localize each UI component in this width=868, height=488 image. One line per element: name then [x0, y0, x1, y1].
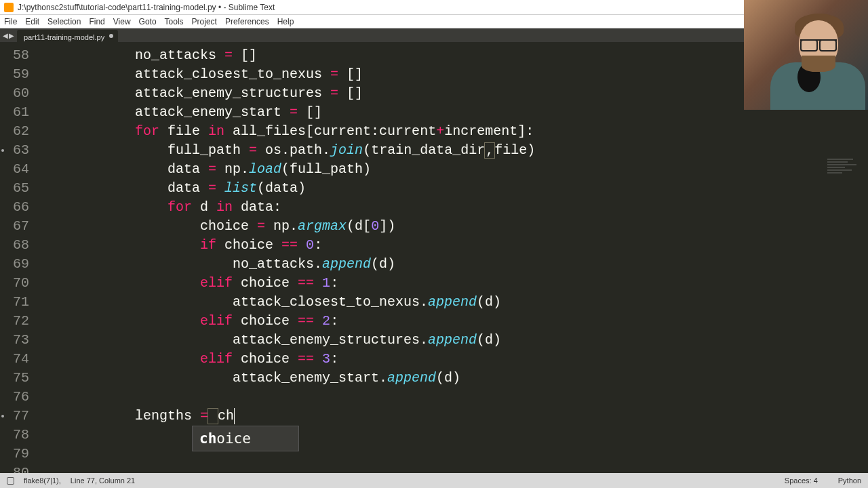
code-line[interactable]: no_attacks.append(d): [37, 255, 868, 274]
line-number: 62: [0, 122, 29, 141]
code-editor[interactable]: 5859606162636465666768697071727374757677…: [0, 42, 868, 473]
code-line[interactable]: choice = np.argmax(d[0]): [37, 217, 868, 236]
menu-item-file[interactable]: File: [4, 17, 17, 26]
autocomplete-match: ch: [199, 430, 216, 447]
menu-item-view[interactable]: View: [113, 17, 131, 26]
code-line[interactable]: elif choice == 1:: [37, 274, 868, 293]
nav-forward-icon[interactable]: ▶: [9, 32, 14, 39]
console-icon[interactable]: [7, 477, 14, 485]
line-number: 77: [0, 407, 29, 426]
line-number: 78: [0, 426, 29, 445]
code-line[interactable]: full_path = os.path.join(train_data_dir,…: [37, 141, 868, 160]
line-number: 66: [0, 198, 29, 217]
code-line[interactable]: [37, 445, 868, 464]
code-line[interactable]: for d in data:: [37, 198, 868, 217]
autocomplete-rest: oice: [216, 430, 251, 447]
code-line[interactable]: attack_enemy_structures.append(d): [37, 331, 868, 350]
menu-item-preferences[interactable]: Preferences: [225, 17, 269, 26]
code-line[interactable]: if choice == 0:: [37, 236, 868, 255]
line-number: 67: [0, 217, 29, 236]
tab-active[interactable]: part11-training-model.py: [17, 30, 118, 42]
tab-nav-arrows[interactable]: ◀ ▶: [0, 28, 17, 42]
window-title: J:\pythonsc2stuff\tutorial-code\part11-t…: [18, 3, 275, 12]
line-number: 70: [0, 274, 29, 293]
tab-label: part11-training-model.py: [24, 33, 104, 41]
code-line[interactable]: [37, 388, 868, 407]
line-number: 58: [0, 46, 29, 65]
whitespace-marker: [208, 408, 218, 424]
status-position: Line 77, Column 21: [71, 476, 135, 485]
line-number: 69: [0, 255, 29, 274]
line-number: 65: [0, 179, 29, 198]
menu-item-goto[interactable]: Goto: [139, 17, 157, 26]
code-line[interactable]: [37, 426, 868, 445]
line-number: 72: [0, 312, 29, 331]
code-line[interactable]: for file in all_files[current:current+in…: [37, 122, 868, 141]
menu-item-tools[interactable]: Tools: [165, 17, 184, 26]
code-line[interactable]: attack_enemy_start.append(d): [37, 369, 868, 388]
app-icon: [4, 3, 14, 12]
menu-item-edit[interactable]: Edit: [25, 17, 39, 26]
webcam-overlay: [744, 0, 868, 110]
status-syntax[interactable]: Python: [838, 476, 861, 485]
code-line[interactable]: data = list(data): [37, 179, 868, 198]
nav-back-icon[interactable]: ◀: [3, 32, 8, 39]
line-number: 74: [0, 350, 29, 369]
line-number: 59: [0, 65, 29, 84]
tab-strip: ◀ ▶ part11-training-model.py: [0, 28, 868, 42]
tab-dirty-indicator-icon: [109, 34, 113, 38]
menu-item-help[interactable]: Help: [277, 17, 294, 26]
line-number: 71: [0, 293, 29, 312]
menu-item-find[interactable]: Find: [89, 17, 104, 26]
status-bar: flake8(7|1), Line 77, Column 21 Spaces: …: [0, 473, 868, 488]
minimap[interactable]: [827, 159, 864, 186]
text-cursor: [234, 408, 235, 424]
line-number-gutter: 5859606162636465666768697071727374757677…: [0, 42, 37, 473]
line-number: 68: [0, 236, 29, 255]
status-indent[interactable]: Spaces: 4: [785, 476, 818, 485]
menu-bar[interactable]: FileEditSelectionFindViewGotoToolsProjec…: [0, 15, 868, 28]
code-line[interactable]: elif choice == 2:: [37, 312, 868, 331]
code-line[interactable]: data = np.load(full_path): [37, 160, 868, 179]
code-line[interactable]: attack_closest_to_nexus.append(d): [37, 293, 868, 312]
autocomplete-popup[interactable]: choice: [192, 426, 299, 451]
menu-item-project[interactable]: Project: [192, 17, 217, 26]
whitespace-marker: ,: [484, 142, 495, 159]
code-line[interactable]: elif choice == 3:: [37, 350, 868, 369]
line-number: 79: [0, 445, 29, 464]
window-titlebar: J:\pythonsc2stuff\tutorial-code\part11-t…: [0, 0, 868, 15]
line-number: 73: [0, 331, 29, 350]
menu-item-selection[interactable]: Selection: [47, 17, 81, 26]
line-number: 64: [0, 160, 29, 179]
line-number: 61: [0, 103, 29, 122]
line-number: 76: [0, 388, 29, 407]
status-lint: flake8(7|1),: [24, 476, 61, 485]
line-number: 63: [0, 141, 29, 160]
line-number: 75: [0, 369, 29, 388]
code-line[interactable]: lengths = ch: [37, 407, 868, 426]
line-number: 60: [0, 84, 29, 103]
